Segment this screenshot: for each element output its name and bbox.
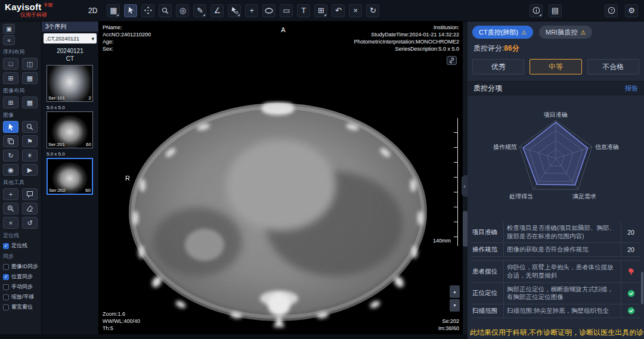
target-icon: ◎ [179,7,186,14]
ct-image[interactable] [114,96,442,334]
overlay-line: Im:38/60 [438,325,459,332]
sidebar-section-label: 图像 [3,111,38,119]
slice-scrollbar-thumb[interactable] [463,211,467,247]
checkbox-window-sync[interactable]: 窗宽窗位 [3,303,38,311]
fail-icon [621,261,640,282]
checkbox-zoom-pan-sync[interactable]: 缩放/平移 [3,293,38,301]
image-viewport[interactable]: PName:AccNO:2401210200Age:Sex: Institusi… [99,21,467,334]
previous-slice-button[interactable]: ▲ [450,285,460,298]
rect-tool[interactable]: ▭ [280,4,293,17]
overlay-bottom-left: Zoom:1.6WW/WL:400/40Th:5 [103,310,140,332]
annotation-add-tool[interactable]: + [3,188,18,200]
calibrate-tool[interactable]: ◉ [3,164,18,176]
overlay-bottom-right: Se:202Im:38/60 [438,318,459,332]
link-series-button[interactable] [447,56,457,65]
report-export[interactable]: ▤ [549,4,562,17]
checkbox-image-id-sync[interactable]: 图像ID同步 [3,263,38,270]
panel-toggle[interactable]: ▣ [3,24,15,34]
overlay-line: Sex: [103,45,151,52]
help-button[interactable]: ? [605,4,618,17]
series-layout-2x2[interactable]: ⊞ [3,72,18,84]
brand-name-cn: 卡耀 [44,2,53,8]
target-tool[interactable]: ◎ [176,4,189,17]
qc-item-name: 项目准确 [471,222,503,242]
grid4-icon: ⊞ [8,99,13,106]
layout-tool[interactable]: ▦ [107,4,120,17]
image-layout-2x2[interactable]: ⊞ [3,97,18,108]
qc-item-name: 操作规范 [471,243,503,256]
reset-tool[interactable]: ↻ [366,4,379,17]
grade-button[interactable]: 优秀 [472,59,524,74]
toolbar-tool-group: ▦◎✎∠+▭T⊞↶×↻ [107,4,379,17]
probe-tool[interactable] [228,4,241,17]
text-tool[interactable]: T [297,4,310,17]
warning-icon: ⚠ [580,29,586,36]
collapse-sidebar[interactable]: « [3,35,15,45]
qc-tab[interactable]: CT质控(肺部)⚠ [472,26,533,39]
undo-tool[interactable]: ↶ [332,4,345,17]
left-tool-sidebar: ▣« 序列布局□◫⊞▦图像布局⊞▦图像⚑↻☀◉▶其他工具+×↺定位线✓定位线同步… [0,21,42,334]
series-layout-1x2[interactable]: ◫ [22,58,38,70]
measure-tool[interactable]: ✎ [193,4,206,17]
magnify-tool[interactable] [22,121,38,133]
grade-button[interactable]: 不合格 [587,59,639,74]
rotate-tool[interactable]: ↻ [3,150,18,161]
checkbox-position-sync[interactable]: ✓位置同步 [3,273,38,281]
study-dropdown[interactable]: ,CT,20240121 ▾ [44,33,97,43]
text-icon: T [301,7,306,14]
copy-icon [7,138,14,145]
report-link[interactable]: 报告 [625,84,638,93]
brightness-tool[interactable]: ☀ [22,150,38,161]
checkbox-label: 定位线 [11,242,27,250]
angle-tool[interactable]: ∠ [210,4,224,17]
image-layout-3x3[interactable]: ▦ [22,97,38,108]
series-thumbnail[interactable]: Ser:20160 [47,111,93,148]
zoom-plus-icon [7,205,14,212]
zoom-tool[interactable] [159,4,172,17]
copy-tool[interactable] [3,135,18,147]
pan-tool[interactable] [141,4,154,17]
series-number-label: Ser:101 [48,95,65,101]
clear-tool[interactable]: × [3,217,18,229]
eraser-tool[interactable] [22,203,38,214]
brand-name: Kayisoft [5,2,42,12]
series-layout-1x1[interactable]: □ [3,58,18,70]
bottom-scroll-strip [0,334,467,339]
sidebar-section-label: 其他工具 [3,179,38,186]
series-thumbnail[interactable]: Ser:1012 [47,65,93,102]
delete-tool[interactable]: × [349,4,362,17]
checkbox-manual-sync[interactable]: 手动同步 [3,283,38,291]
grade-button[interactable]: 中等 [530,59,581,74]
send-tool[interactable]: ⚑ [22,135,38,147]
info-menu[interactable] [530,4,543,17]
zoom-icon [162,7,169,14]
series-thumbnail[interactable]: Ser:20260 [47,158,93,195]
comment-tool[interactable] [22,188,38,200]
cine-play-tool[interactable]: ▶ [22,164,38,176]
qc-table-row: 操作规范图像的获取是否符合操作规范20 [471,243,640,257]
right-panel-collapse-handle[interactable]: › [462,175,467,197]
restore-tool[interactable]: ↺ [22,217,38,229]
roi-zoom-tool[interactable] [3,203,18,214]
series-layout-3x3[interactable]: ▦ [22,72,38,84]
radar-axis-label: 操作规范 [493,143,517,151]
pointer-tool[interactable] [124,4,137,17]
orientation-marker-right: R [125,175,130,182]
series-number-label: Ser:202 [49,188,66,193]
add-tool[interactable]: + [245,4,258,17]
ellipse-tool[interactable] [262,4,275,17]
qc-item-description: 检查项目是否准确(项目如脑部、胸部、腹部是否在标准的范围内容) [503,222,621,242]
sidebar-section-label: 序列布局 [3,48,38,56]
grid-annotate-tool[interactable]: ⊞ [314,4,327,17]
checkbox-box [3,264,9,270]
qc-tab[interactable]: MRI脑质控⚠ [539,26,592,39]
pencil-icon: ✎ [197,7,203,14]
settings-button[interactable]: ⚙ [625,4,638,17]
panel-scrollbar-thumb[interactable] [641,272,643,304]
select-tool[interactable] [3,121,18,133]
sidebar-tool-grid: □◫⊞▦ [3,58,38,84]
checkbox-locator-line[interactable]: ✓定位线 [3,242,38,250]
qc-score-row: 质控评分:86分 [467,42,644,54]
orientation-marker-anterior: A [281,26,285,33]
next-slice-button[interactable]: ▼ [450,299,460,312]
